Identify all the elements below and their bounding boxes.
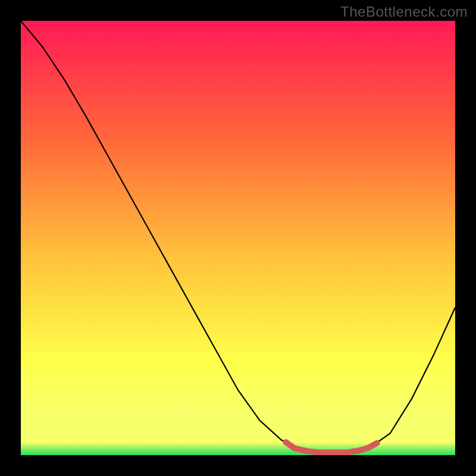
chart-frame: TheBottleneck.com [0, 0, 476, 476]
bottleneck-chart [21, 21, 455, 455]
watermark-label: TheBottleneck.com [340, 4, 468, 20]
plot-area [21, 21, 455, 455]
